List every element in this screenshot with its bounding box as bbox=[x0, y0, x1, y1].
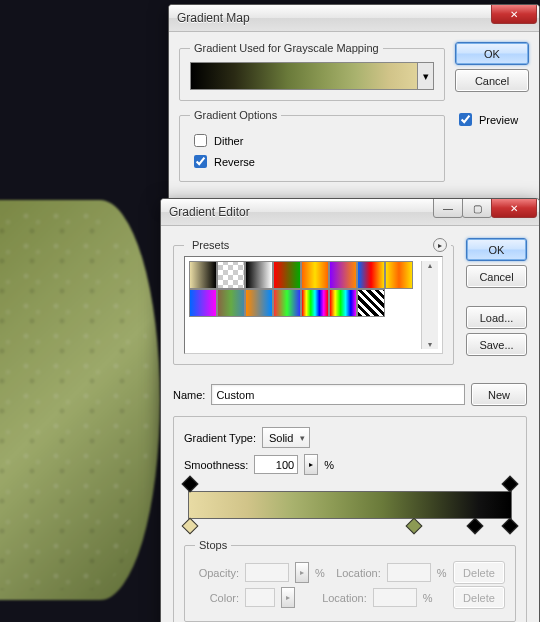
gradient-editor-window: Gradient Editor — ▢ ✕ Presets ▸ ▴ bbox=[160, 198, 540, 622]
gradient-used-group: Gradient Used for Grayscale Mapping ▾ bbox=[179, 42, 445, 101]
scroll-up-icon[interactable]: ▴ bbox=[428, 261, 432, 270]
color-stop-4[interactable] bbox=[502, 518, 519, 535]
ok-button[interactable]: OK bbox=[466, 238, 527, 261]
preset-swatch[interactable] bbox=[273, 261, 301, 289]
delete-color-stop-button: Delete bbox=[453, 586, 505, 609]
gradient-map-window: Gradient Map ✕ Gradient Used for Graysca… bbox=[168, 4, 540, 201]
scroll-down-icon[interactable]: ▾ bbox=[428, 340, 432, 349]
preset-swatch[interactable] bbox=[273, 289, 301, 317]
stops-legend: Stops bbox=[195, 539, 231, 551]
opacity-stop-right[interactable] bbox=[502, 476, 519, 493]
gradient-edit-bar[interactable] bbox=[188, 491, 512, 519]
dither-checkbox[interactable] bbox=[194, 134, 207, 147]
smoothness-label: Smoothness: bbox=[184, 459, 248, 471]
preview-checkbox[interactable] bbox=[459, 113, 472, 126]
cancel-button[interactable]: Cancel bbox=[455, 69, 529, 92]
preset-swatch[interactable] bbox=[301, 261, 329, 289]
save-button[interactable]: Save... bbox=[466, 333, 527, 356]
preset-swatch[interactable] bbox=[357, 289, 385, 317]
color-stop-label: Color: bbox=[195, 592, 239, 604]
presets-flyout-icon[interactable]: ▸ bbox=[433, 238, 447, 252]
opacity-location-input bbox=[387, 563, 431, 582]
gradient-dropdown-icon[interactable]: ▾ bbox=[417, 63, 433, 89]
titlebar[interactable]: Gradient Editor — ▢ ✕ bbox=[161, 199, 539, 226]
opacity-flyout-icon: ▸ bbox=[295, 562, 309, 583]
close-icon[interactable]: ✕ bbox=[491, 198, 537, 218]
gradient-type-select[interactable]: Solid bbox=[262, 427, 310, 448]
cancel-button[interactable]: Cancel bbox=[466, 265, 527, 288]
presets-legend: Presets bbox=[188, 239, 233, 251]
smoothness-flyout-icon[interactable]: ▸ bbox=[304, 454, 318, 475]
new-button[interactable]: New bbox=[471, 383, 527, 406]
gradient-options-group: Gradient Options Dither Reverse bbox=[179, 109, 445, 182]
preset-swatch[interactable] bbox=[329, 261, 357, 289]
percent-label: % bbox=[437, 567, 447, 579]
percent-label: % bbox=[324, 459, 334, 471]
close-icon[interactable]: ✕ bbox=[491, 4, 537, 24]
preset-swatch[interactable] bbox=[357, 261, 385, 289]
preset-swatch[interactable] bbox=[301, 289, 329, 317]
maximize-icon[interactable]: ▢ bbox=[462, 198, 492, 218]
preset-swatch[interactable] bbox=[245, 261, 273, 289]
preset-swatch[interactable] bbox=[245, 289, 273, 317]
ok-button[interactable]: OK bbox=[455, 42, 529, 65]
preview-label: Preview bbox=[479, 114, 518, 126]
load-button[interactable]: Load... bbox=[466, 306, 527, 329]
presets-scrollbar[interactable]: ▴ ▾ bbox=[421, 261, 438, 349]
minimize-icon[interactable]: — bbox=[433, 198, 463, 218]
presets-box: ▴ ▾ bbox=[184, 256, 443, 354]
gradient-preview-bar[interactable]: ▾ bbox=[190, 62, 434, 90]
gradient-type-label: Gradient Type: bbox=[184, 432, 256, 444]
preset-swatch[interactable] bbox=[217, 289, 245, 317]
gradient-used-legend: Gradient Used for Grayscale Mapping bbox=[190, 42, 383, 54]
window-title: Gradient Editor bbox=[169, 205, 434, 219]
gradient-type-group: Gradient Type: Solid Smoothness: ▸ % bbox=[173, 416, 527, 622]
presets-group: Presets ▸ ▴ ▾ bbox=[173, 238, 454, 365]
preset-swatch[interactable] bbox=[189, 289, 217, 317]
color-stop-1[interactable] bbox=[182, 518, 199, 535]
color-well bbox=[245, 588, 275, 607]
name-input[interactable] bbox=[211, 384, 465, 405]
percent-label: % bbox=[315, 567, 325, 579]
opacity-input bbox=[245, 563, 289, 582]
color-stop-3[interactable] bbox=[467, 518, 484, 535]
preset-swatch[interactable] bbox=[217, 261, 245, 289]
opacity-stop-left[interactable] bbox=[182, 476, 199, 493]
preset-swatch[interactable] bbox=[329, 289, 357, 317]
preset-swatch[interactable] bbox=[189, 261, 217, 289]
opacity-stop-label: Opacity: bbox=[195, 567, 239, 579]
delete-opacity-stop-button: Delete bbox=[453, 561, 505, 584]
preset-swatch[interactable] bbox=[385, 261, 413, 289]
name-label: Name: bbox=[173, 389, 205, 401]
color-stop-2[interactable] bbox=[405, 518, 422, 535]
gradient-options-legend: Gradient Options bbox=[190, 109, 281, 121]
reverse-checkbox[interactable] bbox=[194, 155, 207, 168]
titlebar[interactable]: Gradient Map ✕ bbox=[169, 5, 539, 32]
color-location-label: Location: bbox=[317, 592, 367, 604]
color-flyout-icon: ▸ bbox=[281, 587, 295, 608]
reverse-label: Reverse bbox=[214, 156, 255, 168]
smoothness-input[interactable] bbox=[254, 455, 298, 474]
percent-label: % bbox=[423, 592, 433, 604]
color-location-input bbox=[373, 588, 417, 607]
stops-group: Stops Opacity: ▸ % Location: % Delete Co… bbox=[184, 539, 516, 622]
opacity-location-label: Location: bbox=[331, 567, 381, 579]
dither-label: Dither bbox=[214, 135, 243, 147]
window-title: Gradient Map bbox=[177, 11, 492, 25]
background-artwork bbox=[0, 200, 160, 600]
